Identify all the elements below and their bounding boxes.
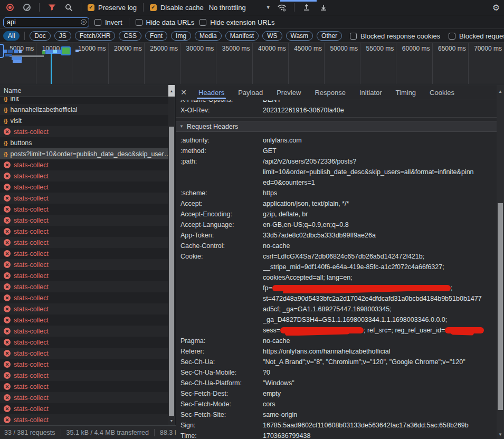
filter-chip-font[interactable]: Font <box>145 31 167 41</box>
table-row[interactable]: ✕stats-collect <box>0 359 169 370</box>
filter-chip-js[interactable]: JS <box>54 31 71 41</box>
scrollbar-thumb[interactable] <box>169 127 174 416</box>
table-row[interactable]: ✕stats-collect <box>0 281 169 292</box>
tab-response[interactable]: Response <box>308 85 353 100</box>
clear-filter-icon[interactable]: ✕ <box>81 19 87 25</box>
search-button[interactable] <box>63 2 74 13</box>
table-row[interactable]: {}buttons <box>0 137 169 148</box>
throttling-select[interactable]: No throttling ▼ <box>209 4 271 12</box>
table-row[interactable]: ✕stats-collect <box>0 303 169 314</box>
scroll-up-icon[interactable]: ▲ <box>168 85 175 97</box>
preserve-log-checkbox[interactable]: ✓ Preserve log <box>88 4 137 12</box>
header-value: application/json, text/plain, */* <box>263 198 497 209</box>
table-row[interactable]: ✕stats-collect <box>0 126 169 137</box>
scroll-up-icon[interactable]: ▲ <box>497 89 504 94</box>
table-row[interactable]: ✕stats-collect <box>0 204 169 215</box>
request-name: stats-collect <box>14 272 49 280</box>
header-value: https://onlyfans.com/hannahelizabethoffi… <box>263 346 497 357</box>
table-row[interactable]: ✕stats-collect <box>0 403 169 414</box>
tab-timing[interactable]: Timing <box>389 85 423 100</box>
table-row[interactable]: ✕stats-collect <box>0 337 169 348</box>
filter-chip-ws[interactable]: WS <box>262 31 282 41</box>
request-headers-section-header[interactable]: ▼Request Headers <box>176 121 497 132</box>
header-value-line: "Not_A Brand";v="8", "Chromium";v="120",… <box>263 357 497 367</box>
table-row[interactable]: ✕stats-collect <box>0 159 169 170</box>
detail-tabbar: ✕ HeadersPayloadPreviewResponseInitiator… <box>176 85 504 100</box>
filter-chip-css[interactable]: CSS <box>119 31 141 41</box>
header-name: :path: <box>176 156 263 188</box>
scroll-down-icon[interactable]: ▼ <box>168 416 175 425</box>
clear-button[interactable] <box>21 2 33 13</box>
divider <box>143 3 144 12</box>
close-icon[interactable]: ✕ <box>176 88 192 97</box>
fetch-xhr-icon: {} <box>4 140 7 146</box>
table-row[interactable]: ✕stats-collect <box>0 248 169 259</box>
table-row[interactable]: ✕stats-collect <box>0 381 169 392</box>
table-row[interactable]: ✕stats-collect <box>0 292 169 303</box>
tab-headers[interactable]: Headers <box>192 85 231 100</box>
fetch-xhr-icon: {} <box>4 97 7 102</box>
import-har-button[interactable] <box>301 2 312 13</box>
filter-toggle-button[interactable] <box>46 2 58 13</box>
record-button[interactable] <box>4 2 16 13</box>
disable-cache-checkbox[interactable]: ✓ Disable cache <box>150 4 204 12</box>
filter-chip-other[interactable]: Other <box>317 31 342 41</box>
tab-preview[interactable]: Preview <box>270 85 308 100</box>
table-row[interactable]: ✕stats-collect <box>0 348 169 359</box>
fetch-xhr-icon: {} <box>4 118 7 124</box>
table-row[interactable]: ✕stats-collect <box>0 270 169 281</box>
checkbox-blocked-response-cookies[interactable]: Blocked response cookies <box>350 32 440 40</box>
table-row[interactable]: {}init <box>0 97 169 104</box>
filter-chip-fetch-xhr[interactable]: Fetch/XHR <box>75 31 116 41</box>
headers-viewport[interactable]: X-Frame-Options:DENYX-Of-Rev:20231226191… <box>176 100 497 439</box>
table-row[interactable]: {}hannahelizabethofficial <box>0 104 169 115</box>
resource-type-filter-row: AllDocJSFetch/XHRCSSFontImgMediaManifest… <box>0 30 504 43</box>
network-conditions-button[interactable] <box>276 2 288 13</box>
table-row[interactable]: ✕stats-collect <box>0 215 169 226</box>
hide-extension-urls-checkbox[interactable]: Hide extension URLs <box>199 18 274 26</box>
detail-scrollbar[interactable]: ▲ ▼ <box>497 85 504 439</box>
table-row[interactable]: ✕stats-collect <box>0 414 169 425</box>
table-row[interactable]: ✕stats-collect <box>0 326 169 337</box>
table-row[interactable]: ✕stats-collect <box>0 226 169 237</box>
failed-request-icon: ✕ <box>4 206 11 213</box>
table-row[interactable]: ✕stats-collect <box>0 392 169 403</box>
scrollbar-thumb[interactable] <box>498 203 503 410</box>
scroll-down-icon[interactable]: ▼ <box>497 432 504 437</box>
settings-gear-icon[interactable]: ⚙ <box>492 3 500 13</box>
header-value-line: 16785:5aad9602cf110608b03133de563642fac1… <box>263 420 497 431</box>
overview-drag-handle[interactable] <box>0 44 4 58</box>
filter-chip-manifest[interactable]: Manifest <box>225 31 259 41</box>
table-row[interactable]: ✕stats-collect <box>0 370 169 381</box>
invert-checkbox[interactable]: Invert <box>94 18 122 26</box>
header-row: Sign:16785:5aad9602cf110608b03133de56364… <box>176 420 497 431</box>
table-row[interactable]: ✕stats-collect <box>0 170 169 182</box>
tab-cookies[interactable]: Cookies <box>423 85 461 100</box>
table-row[interactable]: {}visit <box>0 115 169 126</box>
filter-chip-media[interactable]: Media <box>195 31 222 41</box>
table-row[interactable]: ✕stats-collect <box>0 193 169 204</box>
filter-chip-all[interactable]: All <box>3 31 20 41</box>
timeline-tick-label: 25000 ms <box>143 45 178 52</box>
table-row[interactable]: ✕stats-collect <box>0 314 169 326</box>
table-row[interactable]: ✕stats-collect <box>0 259 169 270</box>
section-title: Request Headers <box>187 123 238 130</box>
filter-chip-doc[interactable]: Doc <box>30 31 50 41</box>
network-overview-timeline[interactable]: 5000 ms10000 ms15000 ms20000 ms25000 ms3… <box>0 43 504 84</box>
request-name: stats-collect <box>14 283 49 291</box>
request-list-scrollbar[interactable]: ▲ ▼ <box>168 85 175 425</box>
header-value: 33d57ade8c02dbc5a333db99ff9ae26a <box>263 230 497 241</box>
table-row[interactable]: {}posts?limit=10&order=publish_date_desc… <box>0 148 169 159</box>
table-row[interactable]: ✕stats-collect <box>0 237 169 248</box>
tab-initiator[interactable]: Initiator <box>353 85 389 100</box>
checkbox-blocked-requests[interactable]: Blocked requests <box>449 32 504 40</box>
name-column-header[interactable]: Name <box>0 85 175 97</box>
tab-payload[interactable]: Payload <box>231 85 270 100</box>
hide-data-urls-checkbox[interactable]: Hide data URLs <box>136 18 195 26</box>
filter-input[interactable]: api ✕ <box>3 17 89 27</box>
filter-chip-wasm[interactable]: Wasm <box>286 31 313 41</box>
header-name: :scheme: <box>176 188 263 198</box>
filter-chip-img[interactable]: Img <box>171 31 191 41</box>
table-row[interactable]: ✕stats-collect <box>0 182 169 193</box>
export-har-button[interactable] <box>318 2 329 13</box>
